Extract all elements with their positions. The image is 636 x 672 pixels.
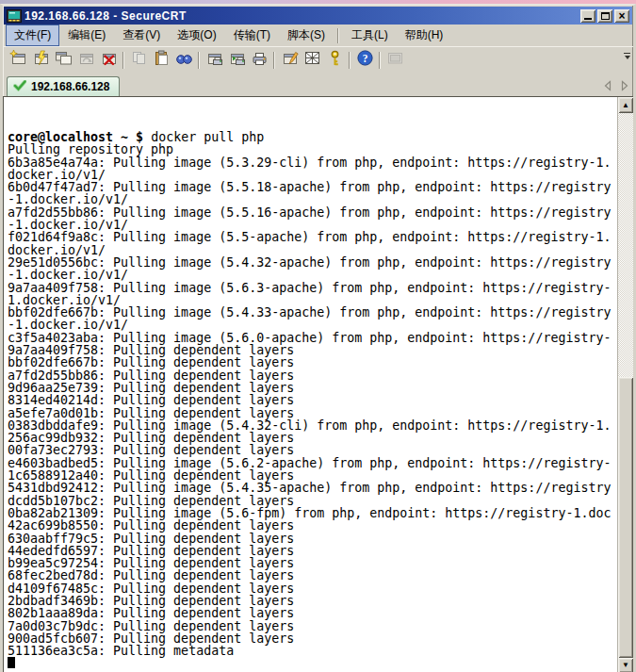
help-icon: ? bbox=[356, 50, 374, 70]
terminal-line: 2bdbadf3469b: Pulling dependent layers bbox=[8, 595, 617, 607]
maximize-icon bbox=[601, 12, 610, 20]
terminal-line bbox=[8, 657, 617, 669]
terminal-line: f021d64f9a8c: Pulling image (5.5-apache)… bbox=[8, 231, 617, 243]
terminal-line: docker.io/v1/ bbox=[8, 169, 617, 181]
securecrt-window: 192.168.66.128 - SecureCRT × 文件(F)编辑(E)查… bbox=[0, 0, 636, 672]
print-button[interactable] bbox=[248, 50, 270, 71]
menu-item-file[interactable]: 文件(F) bbox=[6, 25, 59, 46]
disconnect-button[interactable] bbox=[97, 50, 120, 71]
menu-item-options[interactable]: 选项(O) bbox=[169, 25, 224, 46]
reconnect-icon bbox=[77, 50, 95, 70]
reconnect-button bbox=[74, 50, 97, 71]
toolbar-overflow-button[interactable] bbox=[623, 53, 631, 59]
terminal-line: a7fd2d55bb86: Pulling image (5.5.16-apac… bbox=[8, 206, 617, 219]
scroll-up-button[interactable]: ▲ bbox=[618, 97, 633, 113]
terminal-line: 6b0d47f47ad7: Pulling image (5.5.18-apac… bbox=[8, 181, 617, 193]
terminal-line: 29e51d0556bc: Pulling image (5.4.32-apac… bbox=[8, 256, 617, 269]
menu-item-edit[interactable]: 编辑(E) bbox=[59, 25, 114, 46]
toolbar-separator bbox=[273, 52, 275, 69]
toolbar: ? bbox=[3, 46, 633, 73]
quick-connect-button[interactable] bbox=[29, 50, 52, 71]
print-selection-icon bbox=[228, 50, 246, 70]
menu-item-tools[interactable]: 工具(L) bbox=[343, 25, 397, 46]
copy-button bbox=[127, 50, 150, 71]
terminal-pane[interactable]: core@localhost ~ $ docker pull phpPullin… bbox=[3, 96, 633, 672]
paste-button[interactable] bbox=[150, 50, 172, 71]
terminal-line: docker.io/v1/ bbox=[8, 244, 617, 256]
terminal-line: 1.docker.io/v1/ bbox=[8, 294, 617, 306]
connect-icon bbox=[9, 50, 27, 70]
window-title: 192.168.66.128 - SecureCRT bbox=[24, 9, 580, 23]
scrollbar-track[interactable] bbox=[618, 113, 633, 658]
terminal-line: -1.docker.io/v1/ bbox=[8, 219, 617, 231]
print-icon bbox=[251, 50, 269, 70]
disconnect-icon bbox=[100, 50, 118, 70]
print-screen-button[interactable] bbox=[203, 50, 225, 71]
terminal-line: 9a7aa409f758: Pulling image (5.6.3-apach… bbox=[8, 282, 617, 294]
script-icon bbox=[386, 50, 404, 70]
menu-separator bbox=[337, 28, 339, 43]
vertical-scrollbar[interactable]: ▲ ▼ bbox=[617, 97, 633, 672]
quick-connect-icon bbox=[32, 50, 50, 70]
scrollbar-thumb[interactable] bbox=[618, 377, 633, 658]
terminal-line: 8314ed40214d: Pulling dependent layers bbox=[8, 394, 617, 406]
terminal-output: core@localhost ~ $ docker pull phpPullin… bbox=[4, 97, 617, 672]
help-button[interactable]: ? bbox=[353, 50, 376, 71]
svg-text:?: ? bbox=[362, 53, 367, 64]
scroll-down-button[interactable]: ▼ bbox=[618, 658, 633, 672]
minimize-icon bbox=[584, 18, 592, 20]
session-tab[interactable]: 192.168.66.128 bbox=[7, 76, 120, 96]
print-screen-icon bbox=[205, 50, 223, 70]
terminal-line: 9d96aa25e739: Pulling dependent layers bbox=[8, 382, 617, 394]
terminal-line: 44ededfd6597: Pulling dependent layers bbox=[8, 545, 617, 557]
terminal-line: e4603badbed5: Pulling image (5.6.2-apach… bbox=[8, 457, 617, 469]
connect-button[interactable] bbox=[7, 50, 29, 71]
menu-item-help[interactable]: 帮助(H) bbox=[397, 25, 452, 46]
terminal-line: 42ac699b8550: Pulling dependent layers bbox=[8, 519, 617, 532]
key-agent-button[interactable] bbox=[323, 50, 346, 71]
menu-item-view[interactable]: 查看(V) bbox=[114, 25, 169, 46]
terminal-line: b99ea5c97254: Pulling dependent layers bbox=[8, 557, 617, 569]
close-button[interactable]: × bbox=[614, 9, 629, 23]
menu-item-transfer[interactable]: 传输(T) bbox=[225, 25, 279, 46]
tab-scroll-right-button[interactable] bbox=[620, 78, 629, 95]
toolbar-separator bbox=[198, 52, 200, 69]
terminal-line: 68fec2bed78d: Pulling dependent layers bbox=[8, 569, 617, 582]
terminal-line: 256ac99db932: Pulling dependent layers bbox=[8, 432, 617, 444]
print-selection-button[interactable] bbox=[225, 50, 248, 71]
terminal-line: 0ba82ab21309: Pulling image (5.6-fpm) fr… bbox=[8, 507, 617, 519]
terminal-line: 00fa73ec2793: Pulling dependent layers bbox=[8, 444, 617, 456]
toolbar-overflow-icon bbox=[624, 53, 630, 54]
session-options-button[interactable] bbox=[301, 50, 323, 71]
web-session-button bbox=[383, 50, 406, 71]
close-icon: × bbox=[618, 11, 625, 21]
terminal-line: c3f5a4023aba: Pulling image (5.6.0-apach… bbox=[8, 332, 617, 344]
terminal-line: 900ad5fcb607: Pulling dependent layers bbox=[8, 632, 617, 645]
menu-bar: 文件(F)编辑(E)查看(V)选项(O)传输(T)脚本(S)工具(L)帮助(H) bbox=[3, 25, 633, 46]
title-bar: 192.168.66.128 - SecureCRT × bbox=[4, 7, 632, 25]
terminal-line: bbf02dfe667b: Pulling dependent layers bbox=[8, 356, 617, 369]
copy-icon bbox=[130, 50, 148, 70]
session-tab-label: 192.168.66.128 bbox=[31, 80, 109, 93]
find-button[interactable] bbox=[172, 50, 195, 71]
minimize-button[interactable] bbox=[580, 9, 595, 23]
terminal-line: a7fd2d55bb86: Pulling dependent layers bbox=[8, 369, 617, 382]
terminal-line: Pulling repository php bbox=[8, 143, 617, 156]
terminal-line: 7a0d03c7b9dc: Pulling dependent layers bbox=[8, 620, 617, 632]
terminal-line: 630aabff79c5: Pulling dependent layers bbox=[8, 533, 617, 545]
tab-scroll-left-button[interactable] bbox=[603, 78, 612, 95]
find-icon bbox=[175, 50, 193, 70]
menu-item-script[interactable]: 脚本(S) bbox=[279, 25, 334, 46]
maximize-button[interactable] bbox=[597, 9, 612, 23]
session-options-icon bbox=[303, 50, 321, 70]
terminal-line: dcdd5b107bc2: Pulling dependent layers bbox=[8, 495, 617, 507]
terminal-line: 5431dbd92412: Pulling image (5.4.35-apac… bbox=[8, 482, 617, 494]
properties-button[interactable] bbox=[278, 50, 301, 71]
connect-in-tab-button[interactable] bbox=[52, 50, 74, 71]
terminal-line: 0383dbddafe9: Pulling image (5.4.32-cli)… bbox=[8, 419, 617, 432]
terminal-line: -1.docker.io/v1/ bbox=[8, 269, 617, 281]
paste-icon bbox=[153, 50, 171, 70]
key-icon bbox=[326, 50, 344, 70]
terminal-line: 6b3a85e4a74a: Pulling image (5.3.29-cli)… bbox=[8, 156, 617, 169]
terminal-line: a5efe7a0d01b: Pulling dependent layers bbox=[8, 407, 617, 419]
